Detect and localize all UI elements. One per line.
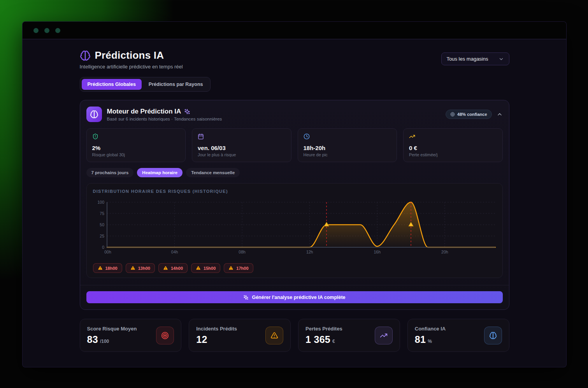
- stat-value: 2%: [92, 145, 180, 151]
- svg-text:50: 50: [100, 222, 104, 227]
- summary-suffix: €: [332, 339, 335, 344]
- trending-up-icon: [380, 332, 388, 339]
- chevron-up-icon[interactable]: [497, 111, 503, 117]
- svg-text:16h: 16h: [374, 250, 381, 254]
- summary-value: 83: [87, 334, 98, 345]
- stat-label: Risque global 30j: [92, 152, 180, 157]
- alert-badge: 18h00: [93, 263, 122, 273]
- warning-triangle-icon: [163, 266, 168, 271]
- summary-label: Incidents Prédits: [196, 326, 237, 332]
- store-filter-value: Tous les magasins: [447, 56, 488, 62]
- alert-badge: 17h00: [224, 263, 253, 273]
- brain-icon: [90, 110, 98, 119]
- calendar-icon: [198, 133, 204, 140]
- engine-stats: 2% Risque global 30j ven. 06/03 Jour le …: [86, 128, 503, 162]
- summary-label: Score Risque Moyen: [87, 326, 137, 332]
- summary-suffix: %: [428, 339, 432, 344]
- confidence-badge: 48% confiance: [446, 110, 491, 119]
- svg-text:100: 100: [97, 200, 104, 204]
- warning-icon-box: [265, 327, 283, 344]
- stat-peak-hour: 18h-20h Heure de pic: [298, 128, 397, 162]
- svg-text:75: 75: [100, 211, 104, 216]
- prediction-engine-card: Moteur de Prédiction IA Basé sur 6 incid…: [80, 100, 509, 310]
- stat-riskiest-day: ven. 06/03 Jour le plus à risque: [192, 128, 291, 162]
- warning-triangle-icon: [196, 266, 201, 271]
- card-score-risque-moyen: Score Risque Moyen 83 /100: [80, 319, 182, 352]
- alert-badge: 14h00: [158, 263, 188, 273]
- trending-up-icon: [409, 133, 415, 140]
- alert-time: 15h00: [204, 266, 216, 271]
- confidence-value: 48% confiance: [457, 112, 487, 117]
- app-window: Prédictions IA Intelligence artificielle…: [22, 21, 567, 367]
- alert-time: 17h00: [236, 266, 248, 271]
- alert-badge: 15h00: [191, 263, 220, 273]
- page-content: Prédictions IA Intelligence artificielle…: [23, 39, 566, 367]
- warning-triangle-icon: [270, 332, 278, 339]
- risk-distribution-chart[interactable]: 025507510000h04h08h12h16h20h: [93, 197, 496, 258]
- svg-text:25: 25: [100, 234, 104, 238]
- tab-predictions-globales[interactable]: Prédictions Globales: [82, 79, 142, 90]
- stat-label: Heure de pic: [304, 152, 391, 157]
- summary-value: 81: [415, 334, 426, 345]
- window-dot[interactable]: [55, 28, 60, 33]
- clock-icon: [304, 133, 310, 140]
- stat-label: Perte estimée/j: [409, 152, 497, 157]
- warning-triangle-icon: [98, 266, 103, 271]
- stat-label: Jour le plus à risque: [198, 152, 286, 157]
- shield-alert-icon: [92, 133, 98, 140]
- brain-icon: [80, 50, 91, 61]
- window-dot[interactable]: [33, 28, 39, 33]
- stat-value: 0 €: [409, 145, 497, 151]
- view-tabs: 7 prochains jours Heatmap horaire Tendan…: [86, 168, 503, 177]
- target-icon-box: [156, 327, 174, 344]
- svg-text:12h: 12h: [306, 250, 313, 254]
- warning-triangle-icon: [228, 266, 233, 271]
- store-filter-select[interactable]: Tous les magasins: [441, 52, 509, 65]
- tab-predictions-par-rayons[interactable]: Prédictions par Rayons: [143, 79, 209, 90]
- summary-value: 12: [196, 334, 207, 345]
- brain-icon: [489, 332, 497, 339]
- generate-analysis-button[interactable]: Générer l'analyse prédictive IA complète: [86, 291, 503, 303]
- svg-text:00h: 00h: [104, 250, 111, 254]
- summary-cards: Score Risque Moyen 83 /100 Incident: [80, 319, 509, 352]
- alert-time: 13h00: [138, 266, 150, 271]
- sparkles-icon: [243, 295, 249, 300]
- view-tab-heatmap[interactable]: Heatmap horaire: [137, 168, 183, 177]
- sparkles-icon: [184, 108, 190, 115]
- page-header: Prédictions IA Intelligence artificielle…: [80, 49, 509, 70]
- warning-triangle-icon: [130, 266, 135, 271]
- generate-analysis-label: Générer l'analyse prédictive IA complète: [252, 295, 345, 300]
- alert-time: 14h00: [171, 266, 183, 271]
- page-title: Prédictions IA: [95, 49, 164, 61]
- stat-risk-global: 2% Risque global 30j: [86, 128, 186, 162]
- desktop-background: Prédictions IA Intelligence artificielle…: [0, 0, 588, 388]
- summary-label: Confiance IA: [415, 326, 446, 332]
- view-tab-tendance[interactable]: Tendance mensuelle: [186, 168, 240, 177]
- alert-time: 18h00: [105, 266, 118, 271]
- divider: [80, 285, 509, 285]
- svg-text:0: 0: [102, 245, 104, 250]
- stat-estimated-loss: 0 € Perte estimée/j: [403, 128, 503, 162]
- card-pertes-predites: Pertes Prédites 1 365 €: [298, 319, 400, 352]
- window-dot[interactable]: [44, 28, 49, 33]
- target-icon: [161, 332, 169, 339]
- summary-label: Pertes Prédites: [305, 326, 342, 332]
- alert-badges: 18h00 13h00 14h00: [93, 263, 496, 273]
- chevron-down-icon: [498, 56, 504, 62]
- engine-title: Moteur de Prédiction IA: [107, 108, 181, 115]
- stat-value: 18h-20h: [304, 145, 391, 151]
- svg-text:20h: 20h: [441, 250, 448, 254]
- trend-icon-box: [375, 327, 393, 344]
- page-subtitle: Intelligence artificielle prédictive en …: [80, 64, 183, 70]
- main-tabs: Prédictions Globales Prédictions par Ray…: [80, 77, 211, 92]
- chart-title: DISTRIBUTION HORAIRE DES RISQUES (HISTOR…: [93, 189, 496, 194]
- card-incidents-predits: Incidents Prédits 12: [189, 319, 291, 352]
- brain-icon-box: [484, 327, 502, 344]
- window-titlebar: [23, 22, 566, 39]
- risk-distribution-chart-card: DISTRIBUTION HORAIRE DES RISQUES (HISTOR…: [86, 183, 503, 278]
- summary-suffix: /100: [100, 339, 109, 344]
- summary-value: 1 365: [305, 334, 330, 345]
- target-icon: [450, 112, 455, 117]
- view-tab-7-jours[interactable]: 7 prochains jours: [86, 168, 134, 177]
- engine-subtitle: Basé sur 6 incidents historiques · Tenda…: [107, 117, 446, 121]
